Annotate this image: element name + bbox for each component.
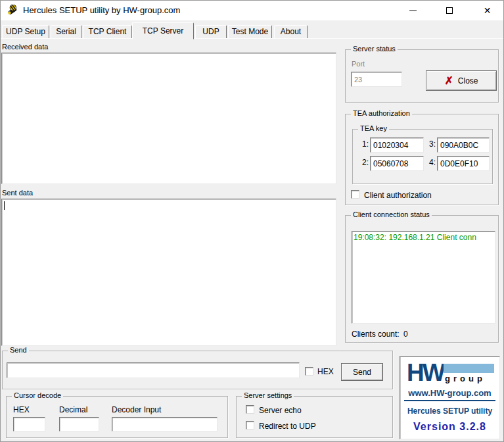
hw-website-link[interactable]: www.HW-group.com — [400, 388, 499, 398]
cursor-hex-label: HEX — [13, 405, 30, 414]
send-button[interactable]: Send — [341, 363, 383, 381]
client-authorization-checkbox[interactable] — [351, 190, 359, 199]
server-status-title: Server status — [351, 45, 398, 53]
decoder-input-label: Decoder Input — [112, 405, 161, 414]
port-label: Port — [352, 60, 365, 68]
server-status-group: Server status Port ✗ Close — [345, 49, 499, 103]
close-server-label: Close — [458, 76, 478, 86]
tea-key3-label: 3: — [429, 139, 436, 149]
product-name: Hercules SETUP utility — [400, 406, 499, 416]
tea-key-title: TEA key — [358, 124, 389, 132]
server-echo-label: Server echo — [259, 406, 302, 415]
close-window-button[interactable]: ✕ — [472, 1, 502, 20]
cursor-hex-input[interactable] — [13, 417, 45, 431]
tab-serial[interactable]: Serial — [51, 25, 81, 39]
tab-test-mode[interactable]: Test Mode — [228, 25, 272, 39]
title-bar: Hercules SETUP utility by HW-group.com ✕ — [1, 1, 503, 20]
window-title: Hercules SETUP utility by HW-group.com — [23, 5, 180, 15]
cursor-decimal-label: Decimal — [59, 405, 87, 414]
client-authorization-label: Client authorization — [364, 191, 432, 200]
server-echo-checkbox[interactable] — [246, 405, 254, 414]
cursor-decode-group: Cursor decode HEX Decimal Decoder Input — [6, 396, 228, 438]
tab-tcp-client[interactable]: TCP Client — [83, 25, 132, 39]
clients-count-label: Clients count: — [352, 330, 400, 339]
redirect-udp-label: Redirect to UDP — [259, 422, 316, 431]
server-settings-group: Server settings Server echo Redirect to … — [236, 396, 393, 438]
tea-key4-label: 4: — [429, 158, 436, 167]
send-button-label: Send — [353, 368, 371, 377]
hex-label: HEX — [317, 367, 334, 376]
tea-key4-input[interactable] — [437, 156, 490, 171]
tea-key1-label: 1: — [362, 139, 369, 149]
sent-data-area[interactable] — [1, 199, 336, 346]
log-line: 19:08:32: 192.168.1.21 Client conn — [352, 232, 495, 242]
cursor-decimal-input[interactable] — [59, 417, 99, 431]
connection-log-listbox[interactable]: 19:08:32: 192.168.1.21 Client conn — [352, 231, 495, 324]
port-input[interactable] — [351, 72, 402, 87]
received-data-label: Received data — [2, 43, 48, 51]
tab-about[interactable]: About — [274, 25, 308, 39]
server-settings-title: Server settings — [242, 391, 294, 399]
hex-checkbox[interactable] — [305, 367, 313, 376]
logo-divider — [404, 400, 495, 401]
tea-key-group: TEA key 1: 3: 2: 4: — [352, 129, 493, 184]
hw-logo: HW group — [407, 362, 494, 387]
close-x-icon: ✗ — [444, 76, 453, 86]
tab-udp[interactable]: UDP — [195, 25, 227, 39]
app-window: Hercules SETUP utility by HW-group.com ✕… — [0, 0, 504, 442]
tab-udp-setup[interactable]: UDP Setup — [2, 25, 49, 39]
hw-logo-group-text: group — [445, 374, 486, 383]
app-icon[interactable] — [6, 5, 18, 17]
tab-tcp-server[interactable]: TCP Server — [132, 22, 194, 39]
hw-group-logo-panel[interactable]: HW group www.HW-group.com Hercules SETUP… — [400, 356, 500, 439]
cursor-decode-title: Cursor decode — [12, 391, 63, 399]
tea-key3-input[interactable] — [437, 137, 490, 153]
clients-count-value: 0 — [403, 330, 408, 339]
tea-key2-label: 2: — [362, 158, 369, 167]
maximize-icon — [446, 7, 453, 14]
close-icon: ✕ — [484, 6, 492, 15]
sent-data-label: Sent data — [2, 189, 33, 197]
send-input[interactable] — [7, 362, 300, 378]
minimize-button[interactable] — [398, 1, 428, 20]
close-server-button[interactable]: ✗ Close — [426, 70, 497, 91]
client-connection-status-group: Client connection status 19:08:32: 192.1… — [345, 215, 499, 343]
send-group: Send HEX Send — [2, 351, 393, 389]
hw-logo-letters: HW — [407, 359, 444, 387]
redirect-udp-checkbox[interactable] — [246, 421, 254, 430]
version-text: Version 3.2.8 — [400, 421, 499, 433]
tea-authorization-group: TEA authorization TEA key 1: 3: 2: 4: Cl… — [345, 114, 499, 205]
decoder-input[interactable] — [112, 417, 218, 431]
tab-strip-edge — [1, 38, 504, 39]
minimize-icon — [409, 11, 417, 11]
tea-authorization-title: TEA authorization — [351, 109, 412, 117]
tea-key2-input[interactable] — [370, 156, 424, 171]
text-caret — [4, 201, 5, 210]
maximize-button[interactable] — [434, 1, 464, 20]
send-group-title: Send — [8, 346, 29, 354]
received-data-area[interactable] — [1, 53, 336, 184]
client-connection-status-title: Client connection status — [351, 210, 432, 218]
hw-logo-bar — [444, 364, 494, 373]
tea-key1-input[interactable] — [370, 137, 424, 153]
